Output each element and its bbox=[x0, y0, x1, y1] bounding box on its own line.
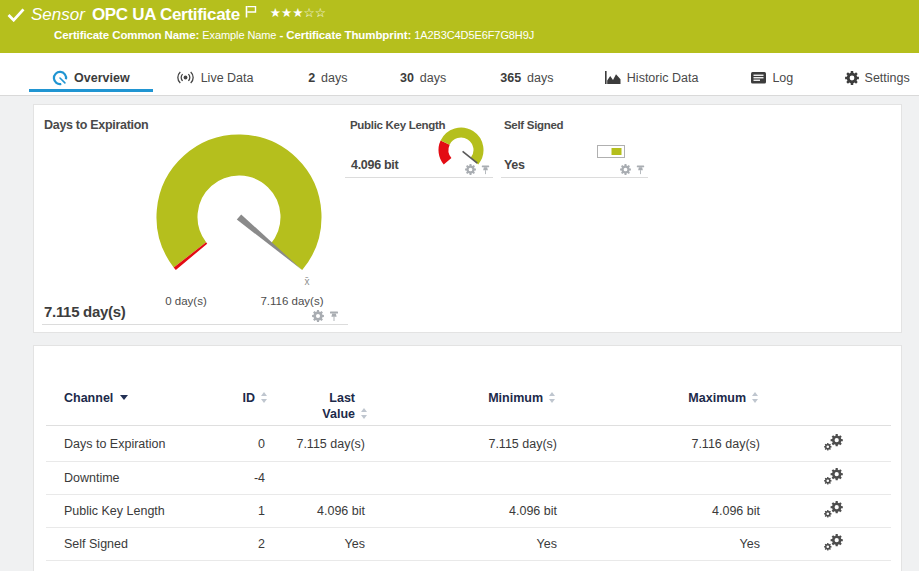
priority-flag-icon[interactable] bbox=[245, 5, 257, 18]
tab-30-days[interactable]: 30 days bbox=[377, 53, 469, 95]
column-header-channel[interactable]: Channel bbox=[46, 390, 217, 426]
page-title: OPC UA Certificate bbox=[92, 5, 240, 25]
gauge-settings-gear-icon[interactable] bbox=[312, 310, 324, 322]
sort-arrows-icon bbox=[260, 392, 269, 403]
gauge-scale-min: 0 day(s) bbox=[165, 295, 207, 307]
cell-id: 0 bbox=[217, 426, 269, 462]
sort-arrows-icon bbox=[360, 408, 369, 419]
gauge-pin-icon[interactable] bbox=[328, 311, 340, 322]
cell-channel: Public Key Length bbox=[46, 495, 217, 528]
table-row: Public Key Length 1 4.096 bit 4.096 bit … bbox=[46, 495, 891, 528]
days-to-expiration-gauge: x̄ 0 day(s) 7.116 day(s) bbox=[139, 122, 339, 322]
sort-caret-icon bbox=[120, 395, 128, 400]
tab-live-data[interactable]: Live Data bbox=[158, 53, 272, 95]
cell-last-value: 4.096 bit bbox=[269, 495, 369, 528]
tab-settings[interactable]: Settings bbox=[835, 53, 919, 95]
column-header-id[interactable]: ID bbox=[217, 390, 269, 426]
tab-2-days[interactable]: 2 days bbox=[286, 53, 369, 95]
channels-table-panel: Channel ID Last Value Minimum Maximum Da… bbox=[33, 345, 902, 571]
area-chart-icon bbox=[605, 71, 621, 84]
live-icon bbox=[176, 71, 195, 84]
active-tab-underline bbox=[29, 89, 153, 92]
cell-maximum: 7.116 day(s) bbox=[561, 426, 764, 462]
channel-settings-icon[interactable] bbox=[822, 501, 844, 518]
gauge-settings-gear-icon[interactable] bbox=[465, 164, 476, 175]
channel-settings-icon[interactable] bbox=[822, 534, 844, 551]
sensor-kind-label: Sensor bbox=[31, 5, 85, 25]
meta-label-common-name: Certificate Common Name: bbox=[54, 29, 199, 41]
cell-channel: Days to Expiration bbox=[46, 426, 217, 462]
gauge-mean-marker: x̄ bbox=[304, 276, 309, 287]
cell-id: -4 bbox=[217, 462, 269, 495]
column-header-settings bbox=[764, 390, 891, 426]
column-header-last-value[interactable]: Last Value bbox=[269, 390, 369, 426]
log-icon bbox=[751, 72, 766, 84]
table-row: Downtime -4 bbox=[46, 462, 891, 495]
widget-self-signed: Self Signed Yes bbox=[501, 112, 648, 178]
widget-days-to-expiration: Days to Expiration x̄ 0 day(s) 7.116 day… bbox=[42, 112, 348, 325]
tab-log[interactable]: Log bbox=[730, 53, 814, 95]
gauge-pin-icon[interactable] bbox=[480, 165, 491, 175]
sensor-meta: Certificate Common Name: Example Name - … bbox=[0, 29, 919, 41]
self-signed-switch bbox=[597, 145, 625, 158]
sort-arrows-icon bbox=[548, 392, 557, 403]
tab-bar: Overview Live Data 2 days 30 days 365 da… bbox=[0, 53, 919, 96]
cell-maximum bbox=[561, 462, 764, 495]
cell-minimum: 7.115 day(s) bbox=[369, 426, 561, 462]
table-row: Days to Expiration 0 7.115 day(s) 7.115 … bbox=[46, 426, 891, 462]
gauge-scale-max: 7.116 day(s) bbox=[260, 295, 323, 307]
cell-last-value bbox=[269, 462, 369, 495]
cell-last-value: 7.115 day(s) bbox=[269, 426, 369, 462]
gauge-icon bbox=[52, 70, 68, 86]
channel-last-value: 7.115 day(s) bbox=[44, 303, 125, 320]
gauge-settings-gear-icon[interactable] bbox=[620, 164, 631, 175]
gear-icon bbox=[845, 71, 859, 85]
cell-maximum: 4.096 bit bbox=[561, 495, 764, 528]
meta-value-common-name: Example Name bbox=[202, 29, 276, 41]
gauge-pin-icon[interactable] bbox=[635, 165, 646, 175]
cell-channel: Self Signed bbox=[46, 528, 217, 561]
sort-arrows-icon bbox=[751, 392, 760, 403]
gauges-panel: Days to Expiration x̄ 0 day(s) 7.116 day… bbox=[33, 104, 902, 333]
sensor-header: Sensor OPC UA Certificate ★★★☆☆ Certific… bbox=[0, 0, 919, 53]
priority-stars[interactable]: ★★★☆☆ bbox=[270, 5, 326, 20]
tab-historic-data[interactable]: Historic Data bbox=[584, 53, 720, 95]
channel-last-value: 4.096 bit bbox=[351, 158, 398, 172]
widget-public-key-length: Public Key Length 4.096 bit bbox=[345, 112, 493, 178]
cell-minimum: Yes bbox=[369, 528, 561, 561]
channel-settings-icon[interactable] bbox=[822, 468, 844, 485]
channel-settings-icon[interactable] bbox=[822, 434, 844, 451]
cell-minimum bbox=[369, 462, 561, 495]
cell-maximum: Yes bbox=[561, 528, 764, 561]
cell-id: 1 bbox=[217, 495, 269, 528]
widget-title: Self Signed bbox=[504, 118, 648, 132]
meta-label-thumbprint: Certificate Thumbprint: bbox=[286, 29, 411, 41]
cell-channel: Downtime bbox=[46, 462, 217, 495]
table-header-row: Channel ID Last Value Minimum Maximum bbox=[46, 390, 891, 426]
table-row: Self Signed 2 Yes Yes Yes bbox=[46, 528, 891, 561]
channel-last-value: Yes bbox=[504, 158, 525, 172]
meta-separator: - bbox=[279, 29, 283, 41]
tab-overview[interactable]: Overview bbox=[29, 53, 153, 95]
tab-365-days[interactable]: 365 days bbox=[478, 53, 576, 95]
check-icon bbox=[7, 8, 25, 22]
column-header-minimum[interactable]: Minimum bbox=[369, 390, 561, 426]
column-header-maximum[interactable]: Maximum bbox=[561, 390, 764, 426]
cell-id: 2 bbox=[217, 528, 269, 561]
channels-table: Channel ID Last Value Minimum Maximum Da… bbox=[46, 390, 891, 561]
cell-last-value: Yes bbox=[269, 528, 369, 561]
meta-value-thumbprint: 1A2B3C4D5E6F7G8H9J bbox=[414, 29, 534, 41]
cell-minimum: 4.096 bit bbox=[369, 495, 561, 528]
